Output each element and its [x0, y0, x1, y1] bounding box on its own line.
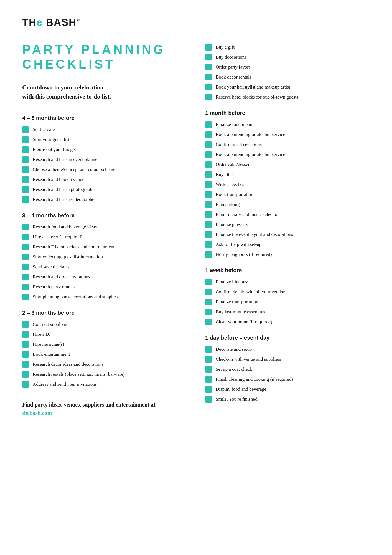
checkbox[interactable]: [205, 251, 212, 258]
list-item[interactable]: Set the date: [22, 125, 183, 135]
list-item[interactable]: Decorate and setup: [205, 344, 370, 354]
checkbox[interactable]: [205, 121, 212, 128]
checkbox[interactable]: [22, 284, 29, 290]
list-item[interactable]: Order party favors: [205, 62, 370, 72]
list-item[interactable]: Confirm meal selections: [205, 140, 370, 150]
list-item[interactable]: Research food and beverage ideas: [22, 222, 183, 232]
list-item[interactable]: Confirm details with all your vendors: [205, 287, 370, 297]
footer-link[interactable]: thebash.com: [22, 410, 52, 416]
list-item[interactable]: Plan parking: [205, 200, 370, 210]
list-item[interactable]: Research and hire a videographer: [22, 195, 183, 205]
list-item[interactable]: Research and hire an event planner: [22, 155, 183, 165]
list-item[interactable]: Clean your home (if required): [205, 317, 370, 327]
checkbox[interactable]: [22, 254, 29, 260]
checkbox[interactable]: [22, 196, 29, 203]
checkbox[interactable]: [205, 44, 212, 51]
list-item[interactable]: Book decor rentals: [205, 72, 370, 82]
checkbox[interactable]: [205, 201, 212, 208]
list-item[interactable]: Ask for help with set-up: [205, 239, 370, 249]
checkbox[interactable]: [205, 366, 212, 373]
checkbox[interactable]: [22, 321, 29, 328]
checkbox[interactable]: [205, 376, 212, 383]
list-item[interactable]: Hire musician(s): [22, 339, 183, 349]
list-item[interactable]: Check-in with venue and suppliers: [205, 354, 370, 364]
list-item[interactable]: Display food and beverage: [205, 384, 370, 394]
checkbox[interactable]: [205, 386, 212, 393]
checkbox[interactable]: [22, 166, 29, 173]
list-item[interactable]: Buy decorations: [205, 52, 370, 62]
checkbox[interactable]: [205, 289, 212, 295]
checkbox[interactable]: [22, 176, 29, 183]
checkbox[interactable]: [22, 156, 29, 163]
checkbox[interactable]: [205, 346, 212, 353]
checkbox[interactable]: [22, 234, 29, 240]
checkbox[interactable]: [205, 181, 212, 188]
checkbox[interactable]: [22, 224, 29, 230]
list-item[interactable]: Plan itinerary and music selections: [205, 210, 370, 220]
checkbox[interactable]: [22, 126, 29, 133]
checkbox[interactable]: [22, 351, 29, 358]
checkbox[interactable]: [22, 331, 29, 338]
list-item[interactable]: Book entertainment: [22, 349, 183, 359]
checkbox[interactable]: [205, 191, 212, 198]
list-item[interactable]: Book transportation: [205, 190, 370, 200]
checkbox[interactable]: [205, 299, 212, 305]
checkbox[interactable]: [205, 221, 212, 228]
checkbox[interactable]: [205, 396, 212, 403]
checkbox[interactable]: [205, 231, 212, 238]
list-item[interactable]: Finalize itinerary: [205, 277, 370, 287]
checkbox[interactable]: [22, 341, 29, 348]
list-item[interactable]: Research rentals (place settings, linens…: [22, 369, 183, 379]
checkbox[interactable]: [22, 136, 29, 143]
list-item[interactable]: Address and send your invitations: [22, 379, 183, 389]
list-item[interactable]: Finalize the event layout and decoration…: [205, 229, 370, 239]
list-item[interactable]: Book your hairstylist and makeup artist: [205, 82, 370, 92]
list-item[interactable]: Finish cleaning and cooking (if required…: [205, 374, 370, 384]
checkbox[interactable]: [205, 151, 212, 158]
list-item[interactable]: Book a bartending or alcohol service: [205, 130, 370, 140]
list-item[interactable]: Smile. You're finished!: [205, 394, 370, 404]
list-item[interactable]: Hire a DJ: [22, 329, 183, 339]
checkbox[interactable]: [22, 186, 29, 193]
checkbox[interactable]: [205, 94, 212, 100]
checkbox[interactable]: [22, 264, 29, 270]
list-item[interactable]: Start planning party decorations and sup…: [22, 292, 183, 302]
list-item[interactable]: Finalize food menu: [205, 120, 370, 130]
checkbox[interactable]: [22, 361, 29, 368]
list-item[interactable]: Buy last-minute essentials: [205, 307, 370, 317]
checkbox[interactable]: [22, 274, 29, 280]
checkbox[interactable]: [205, 84, 212, 90]
list-item[interactable]: Buy a gift: [205, 42, 370, 52]
checkbox[interactable]: [22, 294, 29, 300]
checkbox[interactable]: [22, 244, 29, 250]
checkbox[interactable]: [205, 131, 212, 138]
list-item[interactable]: Research and order invitations: [22, 272, 183, 282]
checkbox[interactable]: [205, 141, 212, 148]
checkbox[interactable]: [22, 371, 29, 378]
checkbox[interactable]: [205, 241, 212, 248]
list-item[interactable]: Contract suppliers: [22, 319, 183, 329]
list-item[interactable]: Set up a coat check: [205, 364, 370, 374]
list-item[interactable]: Finalize guest list: [205, 220, 370, 229]
list-item[interactable]: Start collecting guest list information: [22, 252, 183, 262]
list-item[interactable]: Notify neighbors (if required): [205, 249, 370, 259]
checkbox[interactable]: [205, 171, 212, 178]
list-item[interactable]: Order cake/dessert: [205, 160, 370, 170]
list-item[interactable]: Book a bartending or alcohol service: [205, 150, 370, 160]
list-item[interactable]: Research decor ideas and decorations: [22, 359, 183, 369]
list-item[interactable]: Figure out your budget: [22, 145, 183, 155]
checkbox[interactable]: [205, 161, 212, 168]
list-item[interactable]: Reserve hotel blocks for out-of-town gue…: [205, 92, 370, 102]
checkbox[interactable]: [205, 74, 212, 80]
list-item[interactable]: Research DJs, musicians and entertainmen…: [22, 242, 183, 252]
list-item[interactable]: Research party rentals: [22, 282, 183, 292]
list-item[interactable]: Write speeches: [205, 180, 370, 190]
list-item[interactable]: Research and book a venue: [22, 175, 183, 185]
list-item[interactable]: Finalize transportation: [205, 297, 370, 307]
list-item[interactable]: Choose a theme/concept and colour scheme: [22, 165, 183, 175]
checkbox[interactable]: [205, 279, 212, 285]
checkbox[interactable]: [205, 309, 212, 315]
list-item[interactable]: Research and hire a photographer: [22, 185, 183, 195]
checkbox[interactable]: [205, 356, 212, 363]
checkbox[interactable]: [205, 211, 212, 218]
